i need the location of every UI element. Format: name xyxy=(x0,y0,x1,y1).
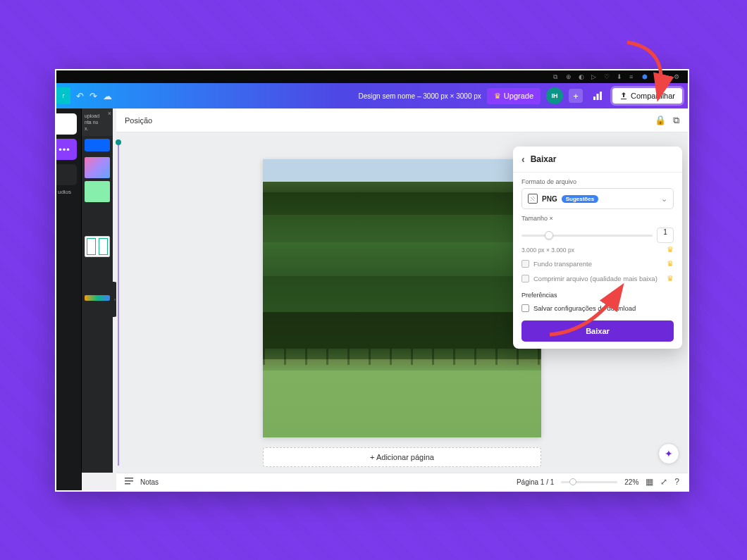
page-indicator[interactable]: Página 1 / 1 xyxy=(517,478,554,486)
grid-view-icon[interactable]: ▦ xyxy=(646,477,653,487)
position-button[interactable]: Posição xyxy=(125,116,152,125)
download-popover: ‹ Baixar Formato de arquivo PNG Sugestõe… xyxy=(513,147,682,349)
thumbnail-column xyxy=(82,154,113,473)
browser-chrome: ⧉ ⊕ ◐ ▷ ♡ ⬇ ≡ ⬢ t ⚙ xyxy=(56,70,688,83)
size-input[interactable]: 1 xyxy=(657,228,674,243)
tip-line-2: nta no xyxy=(85,119,110,125)
crown-icon: ♛ xyxy=(494,92,501,101)
ext-icon-8[interactable]: t xyxy=(661,73,668,80)
template-thumb-3[interactable] xyxy=(85,236,110,257)
ext-icon-2[interactable]: ⊕ xyxy=(566,73,573,80)
upload-icon xyxy=(619,92,628,100)
save-prefs-row[interactable]: Salvar configurações de download xyxy=(513,301,682,315)
svg-rect-2 xyxy=(600,92,602,100)
analytics-button[interactable] xyxy=(588,87,607,105)
ext-icon-6[interactable]: ⬇ xyxy=(617,73,624,80)
side-panel: × upload nta no x. xyxy=(82,108,113,473)
format-section-label: Formato de arquivo xyxy=(513,173,682,188)
profile-icon[interactable]: ⬢ xyxy=(642,73,649,80)
size-section-label: Tamanho × xyxy=(513,209,682,225)
chevron-down-icon: ⌄ xyxy=(661,194,667,204)
checkbox-icon xyxy=(521,260,529,268)
zoom-value[interactable]: 22% xyxy=(624,478,638,486)
tip-line-3: x. xyxy=(85,125,110,132)
chrome-divider xyxy=(655,73,655,80)
left-rail: ••• udios xyxy=(56,108,82,490)
rail-item-1[interactable] xyxy=(56,113,77,135)
sub-toolbar: Posição 🔒 ⧉ xyxy=(116,108,688,132)
share-label: Compartilhar xyxy=(631,92,675,100)
ext-icon-5[interactable]: ♡ xyxy=(604,73,611,80)
duplicate-icon[interactable]: ⧉ xyxy=(673,115,679,126)
help-icon[interactable]: ? xyxy=(674,477,679,487)
connect-button[interactable] xyxy=(85,139,110,151)
compress-label: Comprimir arquivo (qualidade mais baixa) xyxy=(533,275,658,282)
template-thumb-2[interactable] xyxy=(85,181,110,202)
zoom-slider[interactable] xyxy=(561,481,617,483)
popover-header: ‹ Baixar xyxy=(513,147,682,173)
upgrade-button[interactable]: ♛ Upgrade xyxy=(487,88,541,104)
invite-button[interactable]: + xyxy=(569,89,583,103)
footer-bar: Notas Página 1 / 1 22% ▦ ⤢ ? xyxy=(116,473,688,490)
back-button[interactable]: ‹ xyxy=(521,154,525,165)
svg-rect-1 xyxy=(597,94,599,100)
app-window: ⧉ ⊕ ◐ ▷ ♡ ⬇ ≡ ⬢ t ⚙ r ↶ ↷ ☁ Design sem n… xyxy=(55,69,689,492)
document-title[interactable]: Design sem nome – 3000 px × 3000 px xyxy=(359,92,481,100)
fullscreen-icon[interactable]: ⤢ xyxy=(660,477,667,487)
suggested-badge: Sugestões xyxy=(562,195,598,203)
template-thumb-4[interactable] xyxy=(85,295,110,301)
compress-row[interactable]: Comprimir arquivo (qualidade mais baixa)… xyxy=(513,271,682,286)
svg-rect-5 xyxy=(125,483,130,485)
canvas-page-1[interactable] xyxy=(263,159,541,437)
topbar: r ↶ ↷ ☁ Design sem nome – 3000 px × 3000… xyxy=(56,83,688,108)
crown-icon: ♛ xyxy=(667,259,674,268)
rail-section-label: udios xyxy=(56,189,81,195)
add-page-button[interactable]: + Adicionar página xyxy=(263,447,541,467)
timeline-marker[interactable] xyxy=(116,139,121,145)
crown-icon: ♛ xyxy=(667,245,674,254)
prefs-section-label: Preferências xyxy=(513,286,682,301)
image-file-icon xyxy=(528,194,538,204)
redo-button[interactable]: ↷ xyxy=(89,91,97,101)
svg-rect-0 xyxy=(593,97,595,100)
rail-item-3[interactable] xyxy=(56,164,77,185)
transparent-bg-label: Fundo transparente xyxy=(533,260,592,268)
magic-button[interactable]: ✦ xyxy=(658,443,679,464)
format-select[interactable]: PNG Sugestões ⌄ xyxy=(521,188,674,209)
bar-chart-icon xyxy=(593,91,603,101)
tip-box: × upload nta no x. xyxy=(82,108,113,136)
transparent-bg-row[interactable]: Fundo transparente ♛ xyxy=(513,256,682,271)
cloud-sync-icon[interactable]: ☁ xyxy=(103,91,112,101)
template-thumb-1[interactable] xyxy=(85,157,110,178)
ext-icon-3[interactable]: ◐ xyxy=(579,73,586,80)
svg-rect-3 xyxy=(125,478,133,479)
share-button[interactable]: Compartilhar xyxy=(612,88,682,104)
save-prefs-label: Salvar configurações de download xyxy=(533,304,636,312)
crown-icon: ♛ xyxy=(667,274,674,283)
sparkle-icon: ✦ xyxy=(665,448,673,459)
close-icon[interactable]: × xyxy=(108,110,111,118)
ext-icon-4[interactable]: ▷ xyxy=(591,73,598,80)
download-label: Baixar xyxy=(586,327,610,335)
download-button[interactable]: Baixar xyxy=(521,321,674,342)
notes-button[interactable]: Notas xyxy=(140,478,159,486)
home-button[interactable]: r xyxy=(56,87,70,104)
format-value: PNG xyxy=(542,195,557,203)
dimensions-text: 3.000 px × 3.000 px xyxy=(521,247,574,254)
dimensions-row: 3.000 px × 3.000 px ♛ xyxy=(513,243,682,256)
ext-icon-9[interactable]: ⚙ xyxy=(674,73,681,80)
notes-icon xyxy=(125,477,133,487)
checkbox-icon xyxy=(521,304,529,312)
size-row: 1 xyxy=(513,225,682,243)
ext-icon-7[interactable]: ≡ xyxy=(629,73,636,80)
user-avatar[interactable]: IH xyxy=(546,87,563,104)
lock-icon[interactable]: 🔒 xyxy=(655,115,666,125)
undo-button[interactable]: ↶ xyxy=(76,91,84,101)
upgrade-label: Upgrade xyxy=(504,92,533,100)
rail-item-active[interactable]: ••• xyxy=(56,139,77,160)
ext-icon-1[interactable]: ⧉ xyxy=(553,73,560,80)
tip-line-1: upload xyxy=(85,113,110,119)
svg-rect-4 xyxy=(125,480,133,482)
size-slider[interactable] xyxy=(521,235,653,237)
page-timeline[interactable] xyxy=(118,139,119,466)
